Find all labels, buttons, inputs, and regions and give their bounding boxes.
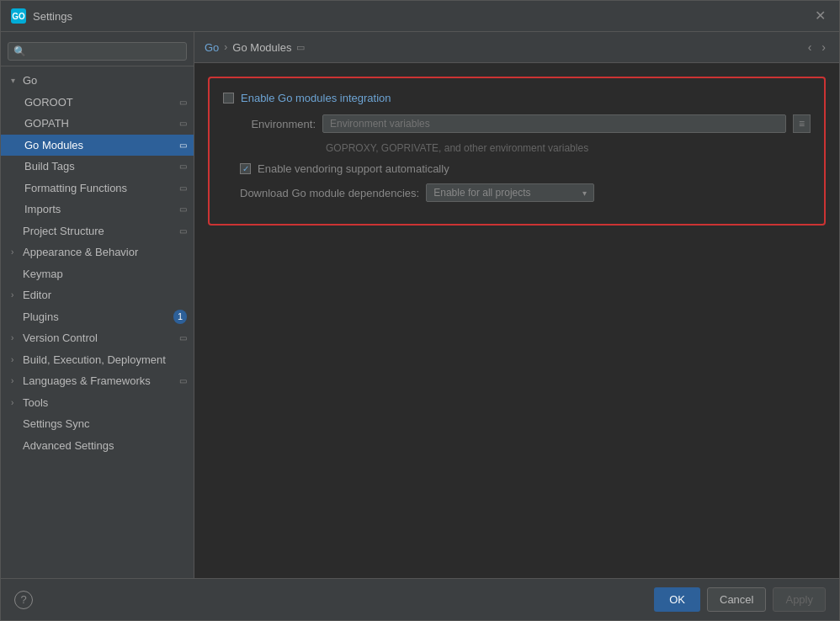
sidebar-label-tools: Tools [23, 395, 48, 411]
go-modules-settings: Enable Go modules integration Environmen… [208, 77, 826, 226]
sidebar-item-tools[interactable]: › Tools [1, 392, 194, 414]
settings-dialog: GO Settings ✕ ▾ Go GOROOT ▭ GOPATH ▭ [0, 0, 840, 621]
collapse-icon-go-modules: ▭ [179, 139, 187, 151]
enable-modules-checkbox[interactable] [223, 93, 234, 104]
environment-hint: GOPROXY, GOPRIVATE, and other environmen… [326, 142, 588, 154]
sidebar-label-build-execution: Build, Execution, Deployment [23, 352, 166, 369]
vendoring-checkbox[interactable] [240, 163, 251, 174]
download-dropdown-value: Enable for all projects [433, 187, 530, 199]
sidebar-item-keymap[interactable]: Keymap [1, 263, 194, 285]
breadcrumb-separator: › [224, 41, 227, 53]
expand-icon-go: ▾ [11, 74, 19, 87]
sidebar-label-project-structure: Project Structure [23, 223, 104, 240]
sidebar-item-goroot[interactable]: GOROOT ▭ [1, 92, 194, 114]
dialog-title: Settings [33, 10, 72, 23]
sidebar-label-keymap: Keymap [23, 266, 63, 283]
main-content: ▾ Go GOROOT ▭ GOPATH ▭ Go Modules ▭ Buil… [1, 32, 839, 578]
sidebar-item-go-modules[interactable]: Go Modules ▭ [1, 135, 194, 157]
sidebar-label-editor: Editor [23, 287, 51, 304]
sidebar-item-build-tags[interactable]: Build Tags ▭ [1, 156, 194, 178]
nav-forward-button[interactable]: › [818, 39, 829, 56]
download-label: Download Go module dependencies: [240, 187, 419, 199]
sidebar-item-imports[interactable]: Imports ▭ [1, 199, 194, 220]
collapse-icon-imports: ▭ [179, 203, 187, 215]
sidebar-label-go: Go [23, 72, 37, 89]
environment-hint-row: GOPROXY, GOPRIVATE, and other environmen… [223, 141, 811, 154]
collapse-icon-formatting: ▭ [179, 182, 187, 194]
sidebar-item-build-execution[interactable]: › Build, Execution, Deployment [1, 349, 194, 371]
sidebar-label-go-modules: Go Modules [24, 137, 83, 154]
help-button[interactable]: ? [14, 591, 33, 609]
bottom-bar: ? OK Cancel Apply [1, 578, 839, 620]
nav-arrows: ‹ › [805, 39, 829, 56]
collapse-icon-goroot: ▭ [179, 96, 187, 109]
collapse-icon-gopath: ▭ [179, 117, 187, 130]
collapse-icon-version-control: ▭ [179, 332, 187, 344]
sidebar-item-editor[interactable]: › Editor [1, 284, 194, 306]
expand-icon-version-control: › [11, 332, 19, 344]
expand-icon-tools: › [11, 396, 19, 409]
right-panel: Go › Go Modules ▭ ‹ › Enable Go modules [194, 32, 839, 578]
sidebar-label-gopath: GOPATH [24, 115, 69, 132]
sidebar-item-go[interactable]: ▾ Go [1, 70, 194, 92]
collapse-icon-languages: ▭ [179, 374, 187, 387]
vendoring-label[interactable]: Enable vendoring support automatically [240, 162, 449, 175]
search-box [1, 37, 194, 66]
sidebar-label-advanced-settings: Advanced Settings [23, 438, 114, 454]
sidebar-label-plugins: Plugins [23, 309, 59, 326]
close-button[interactable]: ✕ [811, 8, 829, 24]
sidebar-item-gopath[interactable]: GOPATH ▭ [1, 113, 194, 135]
title-bar-left: GO Settings [11, 8, 72, 24]
download-row: Download Go module dependencies: Enable … [223, 183, 811, 202]
breadcrumb-parent[interactable]: Go [205, 41, 219, 54]
cancel-button[interactable]: Cancel [707, 587, 766, 612]
dropdown-arrow-icon: ▾ [582, 188, 587, 198]
sidebar-label-build-tags: Build Tags [24, 158, 75, 175]
sidebar-item-project-structure[interactable]: Project Structure ▭ [1, 220, 194, 242]
enable-modules-row: Enable Go modules integration [223, 92, 811, 104]
sidebar-item-plugins[interactable]: Plugins 1 [1, 306, 194, 328]
collapse-icon-build-tags: ▭ [179, 160, 187, 172]
nav-back-button[interactable]: ‹ [805, 39, 816, 56]
action-buttons: OK Cancel Apply [654, 587, 826, 612]
sidebar-item-appearance-behavior[interactable]: › Appearance & Behavior [1, 242, 194, 263]
sidebar-label-settings-sync: Settings Sync [23, 416, 90, 433]
sidebar-item-languages-frameworks[interactable]: › Languages & Frameworks ▭ [1, 370, 194, 392]
download-dropdown[interactable]: Enable for all projects ▾ [426, 183, 594, 202]
collapse-icon-project: ▭ [179, 225, 187, 237]
sidebar: ▾ Go GOROOT ▭ GOPATH ▭ Go Modules ▭ Buil… [1, 32, 194, 578]
sidebar-item-version-control[interactable]: › Version Control ▭ [1, 327, 194, 349]
enable-modules-text: Enable Go modules integration [241, 92, 391, 104]
sidebar-item-settings-sync[interactable]: Settings Sync [1, 413, 194, 435]
panel-body: Enable Go modules integration Environmen… [194, 63, 839, 578]
apply-button[interactable]: Apply [773, 587, 826, 612]
sidebar-label-imports: Imports [24, 201, 61, 218]
title-bar: GO Settings ✕ [1, 1, 839, 32]
sidebar-label-version-control: Version Control [23, 330, 98, 347]
enable-modules-label[interactable]: Enable Go modules integration [223, 92, 391, 104]
environment-edit-button[interactable]: ≡ [793, 114, 811, 133]
breadcrumb-icon: ▭ [296, 42, 305, 53]
go-app-icon: GO [11, 8, 26, 24]
sidebar-label-appearance-behavior: Appearance & Behavior [23, 244, 138, 261]
expand-icon-languages: › [11, 374, 19, 387]
vendoring-row: Enable vendoring support automatically [223, 162, 811, 175]
vendoring-text: Enable vendoring support automatically [258, 162, 449, 175]
plugins-badge: 1 [173, 310, 187, 324]
sidebar-label-languages-frameworks: Languages & Frameworks [23, 373, 151, 390]
environment-row: Environment: ≡ [223, 114, 811, 133]
sidebar-item-advanced-settings[interactable]: Advanced Settings [1, 435, 194, 457]
ok-button[interactable]: OK [654, 587, 700, 612]
environment-label: Environment: [240, 118, 316, 130]
sidebar-label-goroot: GOROOT [24, 94, 73, 111]
expand-icon-editor: › [11, 289, 19, 301]
search-input[interactable] [8, 42, 187, 61]
environment-input[interactable] [322, 114, 786, 133]
breadcrumb-bar: Go › Go Modules ▭ ‹ › [194, 32, 839, 63]
sidebar-item-formatting-functions[interactable]: Formatting Functions ▭ [1, 178, 194, 199]
breadcrumb-current: Go Modules [232, 41, 291, 54]
expand-icon-build: › [11, 353, 19, 366]
expand-icon-appearance: › [11, 246, 19, 258]
sidebar-label-formatting-functions: Formatting Functions [24, 180, 127, 197]
